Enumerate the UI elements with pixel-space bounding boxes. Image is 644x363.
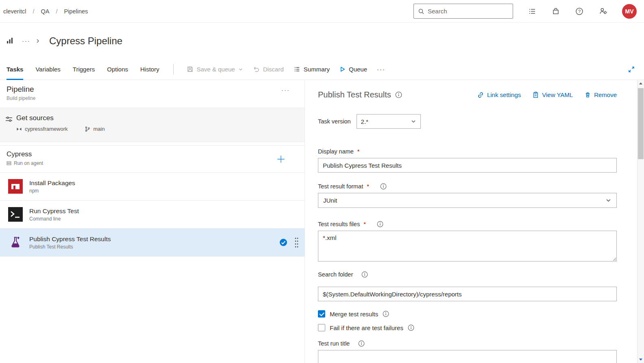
pipeline-more-button[interactable]: ··· bbox=[281, 86, 290, 93]
tab-options[interactable]: Options bbox=[107, 59, 128, 80]
queue-button[interactable]: Queue bbox=[339, 66, 367, 73]
test-results-files-label-row: Test results files* bbox=[318, 221, 617, 227]
pipeline-panel: Pipeline Build pipeline ··· Get sources … bbox=[0, 80, 305, 363]
search-folder-label: Search folder bbox=[318, 271, 353, 278]
yaml-document-icon bbox=[532, 91, 539, 98]
tab-triggers[interactable]: Triggers bbox=[73, 59, 95, 80]
marketplace-bag-icon[interactable] bbox=[551, 7, 560, 16]
search-folder-input[interactable] bbox=[318, 287, 617, 301]
task-title: Run Cypress Test bbox=[29, 207, 79, 215]
summary-button[interactable]: Summary bbox=[294, 66, 330, 73]
get-sources-meta: cypressframework main bbox=[16, 126, 105, 132]
undo-icon bbox=[253, 66, 260, 73]
task-text: Run Cypress Test Command line bbox=[29, 207, 79, 222]
task-version-dropdown[interactable]: 2.* bbox=[357, 114, 421, 129]
search-box[interactable] bbox=[413, 4, 513, 19]
fail-on-failures-checkbox[interactable] bbox=[318, 324, 325, 331]
search-folder-label-row: Search folder bbox=[318, 271, 617, 278]
task-title: Install Packages bbox=[29, 179, 75, 187]
toolbar-more-button[interactable]: ··· bbox=[377, 66, 385, 73]
fail-on-failures-label: Fail if there are test failures bbox=[330, 324, 403, 331]
display-name-field: Display name* bbox=[318, 148, 617, 173]
sources-settings-icon bbox=[5, 114, 16, 136]
task-row-run-cypress-test[interactable]: Run Cypress Test Command line bbox=[0, 201, 305, 229]
top-bar: cleveritcl / QA / Pipelines ? MV bbox=[0, 0, 644, 23]
task-list-icon[interactable] bbox=[528, 7, 537, 16]
search-folder-field: Search folder bbox=[318, 271, 617, 301]
merge-test-results-label: Merge test results bbox=[330, 311, 378, 318]
chevron-down-icon bbox=[238, 67, 243, 72]
required-mark: * bbox=[357, 148, 360, 155]
task-title: Publish Cypress Test Results bbox=[29, 236, 111, 243]
chevron-down-icon bbox=[411, 119, 416, 124]
breadcrumb-pipelines[interactable]: Pipelines bbox=[64, 8, 88, 15]
command-line-icon bbox=[8, 207, 23, 222]
save-queue-label: Save & queue bbox=[197, 66, 235, 73]
vertical-scrollbar[interactable] bbox=[637, 80, 644, 363]
agent-job-row[interactable]: Cypress Run on agent bbox=[0, 145, 305, 173]
info-icon[interactable] bbox=[380, 183, 387, 190]
link-icon bbox=[477, 91, 484, 99]
test-result-format-label: Test result format bbox=[318, 183, 363, 190]
fullscreen-icon[interactable] bbox=[628, 66, 635, 73]
detail-header: Publish Test Results Link settings View bbox=[318, 90, 617, 99]
breadcrumb-organization[interactable]: cleveritcl bbox=[3, 8, 26, 15]
info-icon[interactable] bbox=[361, 271, 368, 278]
repository-icon bbox=[16, 126, 22, 132]
breadcrumb-ellipsis[interactable]: ··· bbox=[22, 37, 30, 44]
search-input[interactable] bbox=[428, 8, 509, 15]
tab-variables[interactable]: Variables bbox=[35, 59, 60, 80]
display-name-input[interactable] bbox=[318, 158, 617, 173]
test-result-format-value: JUnit bbox=[323, 197, 337, 204]
remove-button[interactable]: Remove bbox=[584, 91, 617, 99]
link-settings-button[interactable]: Link settings bbox=[477, 91, 521, 99]
selected-check-icon bbox=[279, 238, 287, 246]
test-run-title-input[interactable] bbox=[318, 350, 617, 363]
required-mark: * bbox=[367, 183, 369, 190]
trash-icon bbox=[584, 91, 591, 98]
breadcrumb-project[interactable]: QA bbox=[41, 8, 49, 15]
page-header: ··· Cypress Pipeline bbox=[0, 23, 644, 59]
avatar[interactable]: MV bbox=[622, 4, 637, 19]
build-pipeline-icon bbox=[6, 37, 15, 45]
queue-label: Queue bbox=[349, 66, 367, 73]
task-subtitle: npm bbox=[29, 188, 75, 194]
save-queue-button[interactable]: Save & queue bbox=[187, 66, 243, 73]
tab-tasks[interactable]: Tasks bbox=[7, 59, 23, 80]
test-result-format-dropdown[interactable]: JUnit bbox=[318, 193, 617, 208]
info-icon[interactable] bbox=[358, 340, 365, 347]
test-result-format-field: Test result format* JUnit bbox=[318, 183, 617, 208]
drag-handle-icon[interactable] bbox=[294, 237, 299, 248]
task-text: Install Packages npm bbox=[29, 179, 75, 194]
detail-title-group: Publish Test Results bbox=[318, 90, 402, 99]
scrollbar-thumb[interactable] bbox=[638, 88, 644, 159]
user-settings-icon[interactable] bbox=[598, 7, 607, 16]
info-icon[interactable] bbox=[408, 324, 414, 331]
discard-button[interactable]: Discard bbox=[253, 66, 284, 73]
test-results-files-label: Test results files bbox=[318, 221, 360, 227]
summary-list-icon bbox=[294, 66, 300, 73]
get-sources-row[interactable]: Get sources cypressframework main bbox=[0, 108, 305, 142]
task-row-publish-results[interactable]: Publish Cypress Test Results Publish Tes… bbox=[0, 229, 305, 257]
task-version-label: Task version bbox=[318, 118, 351, 125]
test-results-files-textarea[interactable]: *.xml bbox=[318, 231, 617, 261]
task-version-value: 2.* bbox=[361, 118, 368, 125]
tab-history[interactable]: History bbox=[140, 59, 159, 80]
help-icon[interactable]: ? bbox=[575, 7, 584, 16]
scroll-up-icon[interactable] bbox=[637, 80, 644, 87]
task-row-install-packages[interactable]: Install Packages npm bbox=[0, 173, 305, 201]
view-yaml-button[interactable]: View YAML bbox=[532, 91, 573, 99]
info-icon[interactable] bbox=[377, 221, 383, 227]
task-subtitle: Command line bbox=[29, 216, 79, 222]
scroll-down-icon[interactable] bbox=[637, 356, 644, 363]
test-run-title-field: Test run title bbox=[318, 340, 617, 363]
agent-job-subtitle-row: Run on agent bbox=[7, 160, 298, 166]
task-detail-panel: Publish Test Results Link settings View bbox=[305, 80, 637, 363]
add-task-icon[interactable] bbox=[276, 154, 286, 164]
merge-test-results-checkbox[interactable] bbox=[318, 310, 325, 318]
info-icon[interactable] bbox=[395, 91, 402, 98]
info-icon[interactable] bbox=[383, 311, 389, 317]
agent-job-title: Cypress bbox=[7, 150, 298, 158]
display-name-label-row: Display name* bbox=[318, 148, 617, 155]
search-icon bbox=[418, 8, 424, 15]
